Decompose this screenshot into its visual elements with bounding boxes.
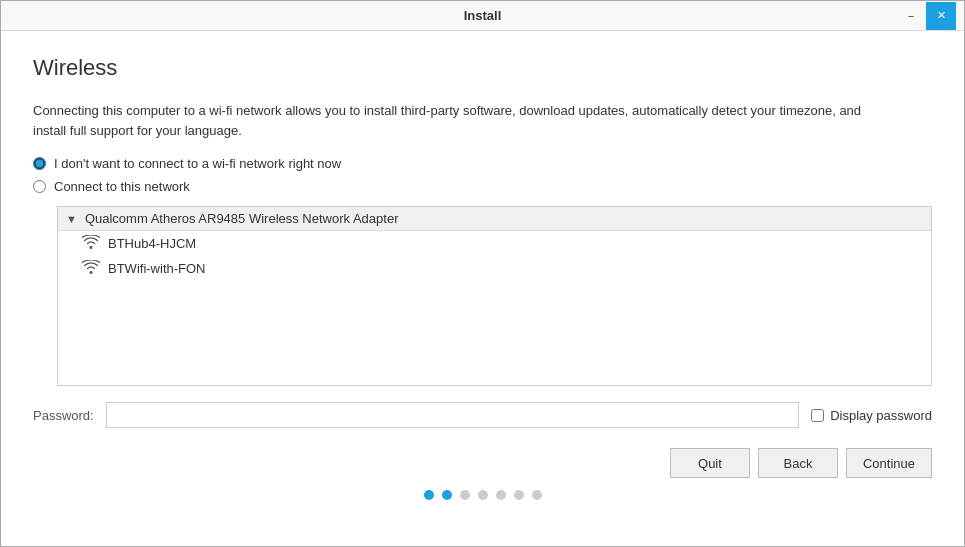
radio-connect-label: Connect to this network bbox=[54, 179, 190, 194]
wifi-icon-0 bbox=[82, 235, 100, 252]
display-password-label[interactable]: Display password bbox=[830, 408, 932, 423]
password-input[interactable] bbox=[106, 402, 799, 428]
dot-7 bbox=[532, 490, 542, 500]
main-window: Install − ✕ Wireless Connecting this com… bbox=[0, 0, 965, 547]
password-row: Password: Display password bbox=[33, 402, 932, 428]
title-bar: Install − ✕ bbox=[1, 1, 964, 31]
close-button[interactable]: ✕ bbox=[926, 2, 956, 30]
network-ssid-0: BTHub4-HJCM bbox=[108, 236, 196, 251]
radio-no-wifi-label: I don't want to connect to a wi-fi netwo… bbox=[54, 156, 341, 171]
dot-1 bbox=[424, 490, 434, 500]
network-item-0[interactable]: BTHub4-HJCM bbox=[58, 231, 931, 256]
adapter-name: Qualcomm Atheros AR9485 Wireless Network… bbox=[85, 211, 399, 226]
network-item-1[interactable]: BTWifi-with-FON bbox=[58, 256, 931, 281]
radio-connect-input[interactable] bbox=[33, 180, 46, 193]
continue-button[interactable]: Continue bbox=[846, 448, 932, 478]
content-area: Wireless Connecting this computer to a w… bbox=[1, 31, 964, 546]
radio-group: I don't want to connect to a wi-fi netwo… bbox=[33, 156, 932, 194]
dot-2 bbox=[442, 490, 452, 500]
description-text: Connecting this computer to a wi-fi netw… bbox=[33, 101, 893, 140]
minimize-button[interactable]: − bbox=[896, 2, 926, 30]
dot-4 bbox=[478, 490, 488, 500]
page-title: Wireless bbox=[33, 55, 932, 81]
window-title: Install bbox=[69, 8, 896, 23]
display-password-area: Display password bbox=[811, 408, 932, 423]
network-list: ▼ Qualcomm Atheros AR9485 Wireless Netwo… bbox=[57, 206, 932, 386]
radio-no-wifi[interactable]: I don't want to connect to a wi-fi netwo… bbox=[33, 156, 932, 171]
window-controls: − ✕ bbox=[896, 2, 956, 30]
dot-6 bbox=[514, 490, 524, 500]
radio-connect[interactable]: Connect to this network bbox=[33, 179, 932, 194]
quit-button[interactable]: Quit bbox=[670, 448, 750, 478]
dot-3 bbox=[460, 490, 470, 500]
progress-dots bbox=[424, 490, 542, 500]
radio-no-wifi-input[interactable] bbox=[33, 157, 46, 170]
footer: Quit Back Continue bbox=[33, 448, 932, 512]
back-button[interactable]: Back bbox=[758, 448, 838, 478]
display-password-checkbox[interactable] bbox=[811, 409, 824, 422]
network-ssid-1: BTWifi-with-FON bbox=[108, 261, 206, 276]
button-row: Quit Back Continue bbox=[33, 448, 932, 478]
password-label: Password: bbox=[33, 408, 94, 423]
wifi-icon-1 bbox=[82, 260, 100, 277]
dot-5 bbox=[496, 490, 506, 500]
adapter-arrow-icon: ▼ bbox=[66, 213, 77, 225]
network-adapter-row: ▼ Qualcomm Atheros AR9485 Wireless Netwo… bbox=[58, 207, 931, 231]
